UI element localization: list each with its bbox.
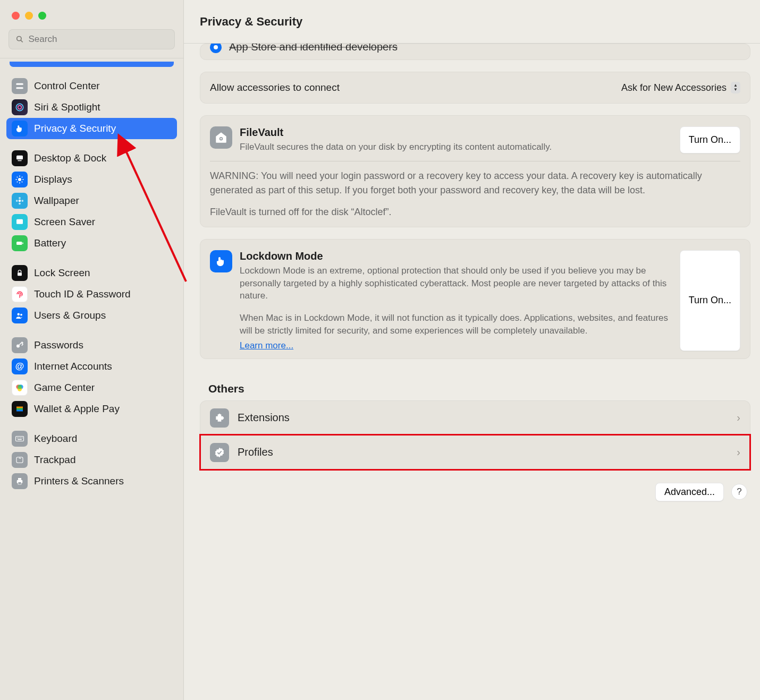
filevault-desc: FileVault secures the data on your disk … xyxy=(240,141,672,153)
svg-line-1 xyxy=(21,40,23,42)
sidebar-item-label: Game Center xyxy=(34,382,95,394)
lockdown-title: Lockdown Mode xyxy=(240,250,672,262)
siri-icon xyxy=(12,99,28,115)
sidebar-item-desktop-dock[interactable]: Desktop & Dock xyxy=(6,148,177,169)
gamecenter-icon xyxy=(12,380,28,396)
sidebar-item-label: Touch ID & Password xyxy=(34,288,131,300)
svg-rect-41 xyxy=(18,439,22,440)
users-icon xyxy=(12,308,28,323)
sidebar-item-screen-saver[interactable]: Screen Saver xyxy=(6,211,177,233)
sidebar-item-label: Privacy & Security xyxy=(34,123,116,134)
sidebar-item-control-center[interactable]: Control Center xyxy=(6,75,177,97)
accessories-value: Ask for New Accessories xyxy=(621,82,727,93)
flower-icon xyxy=(12,193,28,209)
allow-apps-option-label: App Store and identified developers xyxy=(229,44,398,53)
radio-selected-icon[interactable] xyxy=(210,44,222,53)
svg-point-4 xyxy=(16,104,23,110)
sidebar-item-touch-id[interactable]: Touch ID & Password xyxy=(6,284,177,305)
advanced-button[interactable]: Advanced... xyxy=(655,483,724,501)
puzzle-icon xyxy=(210,408,229,428)
svg-point-49 xyxy=(222,417,224,419)
sidebar-item-game-center[interactable]: Game Center xyxy=(6,377,177,398)
profiles-row[interactable]: Profiles › xyxy=(200,435,750,469)
sidebar-item-internet-accounts[interactable]: @ Internet Accounts xyxy=(6,356,177,377)
main-pane: Privacy & Security App Store and identif… xyxy=(184,0,760,700)
close-window-button[interactable] xyxy=(12,12,20,20)
svg-point-17 xyxy=(19,200,21,202)
lockdown-desc1: Lockdown Mode is an extreme, optional pr… xyxy=(240,264,672,302)
sidebar-item-users-groups[interactable]: Users & Groups xyxy=(6,305,177,326)
svg-rect-39 xyxy=(20,438,21,439)
filevault-title: FileVault xyxy=(240,126,672,139)
svg-point-47 xyxy=(221,138,222,140)
chevron-right-icon: › xyxy=(737,412,740,424)
allow-apps-card: App Store and identified developers xyxy=(200,44,750,60)
updown-icon: ▲▼ xyxy=(731,82,740,93)
svg-rect-7 xyxy=(18,160,22,161)
sidebar-item-displays[interactable]: Displays xyxy=(6,169,177,190)
extensions-row[interactable]: Extensions › xyxy=(200,401,750,435)
filevault-warning: WARNING: You will need your login passwo… xyxy=(200,161,750,205)
help-button[interactable]: ? xyxy=(731,484,747,500)
sidebar-item-siri[interactable]: Siri & Spotlight xyxy=(6,97,177,118)
others-heading: Others xyxy=(200,371,750,400)
sidebar-item-label: Wallpaper xyxy=(34,195,79,207)
sidebar-item-label: Keyboard xyxy=(34,433,77,445)
minimize-window-button[interactable] xyxy=(25,12,33,20)
svg-line-16 xyxy=(22,177,23,178)
hand-icon xyxy=(12,121,28,136)
svg-point-0 xyxy=(17,37,21,41)
trackpad-icon xyxy=(12,452,28,468)
sidebar-item-wallet[interactable]: Wallet & Apple Pay xyxy=(6,398,177,420)
fingerprint-icon xyxy=(12,286,28,302)
sidebar-item-privacy-security[interactable]: Privacy & Security xyxy=(6,118,177,139)
badge-check-icon xyxy=(210,443,229,462)
svg-rect-34 xyxy=(16,408,23,410)
window-controls xyxy=(0,0,183,27)
wallet-icon xyxy=(12,401,28,417)
svg-point-26 xyxy=(18,313,20,316)
svg-rect-23 xyxy=(16,242,22,245)
svg-point-5 xyxy=(18,106,22,109)
sidebar-item-printers[interactable]: Printers & Scanners xyxy=(6,471,177,492)
svg-point-28 xyxy=(16,345,20,348)
svg-rect-24 xyxy=(22,243,23,244)
search-input[interactable] xyxy=(28,34,168,45)
dock-icon xyxy=(12,150,28,166)
svg-rect-2 xyxy=(16,83,23,85)
sidebar-item-label: Wallet & Apple Pay xyxy=(34,403,120,415)
sidebar-item-label: Desktop & Dock xyxy=(34,152,106,164)
brightness-icon xyxy=(12,172,28,187)
svg-rect-45 xyxy=(18,482,21,485)
svg-point-27 xyxy=(20,314,22,316)
svg-point-32 xyxy=(18,385,22,389)
sidebar-item-wallpaper[interactable]: Wallpaper xyxy=(6,190,177,211)
battery-icon xyxy=(12,235,28,251)
at-icon: @ xyxy=(12,358,28,374)
search-field[interactable] xyxy=(9,29,175,49)
page-title: Privacy & Security xyxy=(200,15,302,29)
sidebar-item-battery[interactable]: Battery xyxy=(6,233,177,254)
lock-icon xyxy=(12,265,28,281)
lockdown-hand-icon xyxy=(210,250,232,272)
sidebar-item-trackpad[interactable]: Trackpad xyxy=(6,449,177,471)
sidebar-item-lock-screen[interactable]: Lock Screen xyxy=(6,262,177,284)
accessories-popup[interactable]: Ask for New Accessories ▲▼ xyxy=(621,82,740,93)
lockdown-learn-more-link[interactable]: Learn more... xyxy=(240,340,293,351)
filevault-status: FileVault is turned off for the disk “Al… xyxy=(200,205,750,227)
lockdown-card: Lockdown Mode Lockdown Mode is an extrem… xyxy=(200,239,750,359)
sidebar-item-label: Screen Saver xyxy=(34,216,95,228)
sidebar-item-passwords[interactable]: Passwords xyxy=(6,335,177,356)
filevault-turn-on-button[interactable]: Turn On... xyxy=(680,126,740,153)
maximize-window-button[interactable] xyxy=(38,12,46,20)
others-list: Extensions › Profiles › xyxy=(200,400,750,470)
svg-rect-3 xyxy=(16,87,23,89)
svg-point-21 xyxy=(21,200,23,202)
sidebar-item-keyboard[interactable]: Keyboard xyxy=(6,428,177,449)
sidebar-item-label: Users & Groups xyxy=(34,310,106,321)
lockdown-turn-on-button[interactable]: Turn On... xyxy=(680,250,740,351)
lockdown-desc2: When Mac is in Lockdown Mode, it will no… xyxy=(240,312,672,337)
svg-rect-36 xyxy=(16,437,24,441)
profiles-label: Profiles xyxy=(238,446,273,458)
sidebar-item-label: Trackpad xyxy=(34,454,76,466)
